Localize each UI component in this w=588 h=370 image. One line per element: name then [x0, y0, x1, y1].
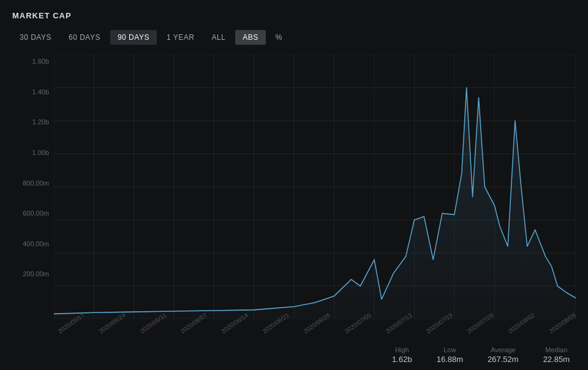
stat-low-label: Low — [443, 346, 456, 353]
stat-average: Average 267.52m — [488, 346, 519, 364]
stat-low-value: 16.88m — [437, 355, 463, 364]
y-label-3: 1.00b — [12, 149, 54, 156]
stats-row: High 1.62b Low 16.88m Average 267.52m Me… — [12, 346, 576, 364]
btn-percent[interactable]: % — [268, 30, 290, 45]
y-label-5: 600.00m — [12, 210, 54, 217]
stat-high: High 1.62b — [392, 346, 412, 364]
btn-1-year[interactable]: 1 YEAR — [159, 30, 202, 45]
chart-inner — [54, 55, 576, 319]
stat-avg-label: Average — [491, 346, 516, 353]
stat-median: Median 22.85m — [543, 346, 570, 364]
btn-30-days[interactable]: 30 DAYS — [12, 30, 59, 45]
y-label-6: 400.00m — [12, 240, 54, 247]
x-axis: 2020/05/17 2020/05/24 2020/05/31 2020/06… — [12, 319, 576, 341]
stat-avg-value: 267.52m — [488, 355, 519, 364]
y-axis: 1.60b 1.40b 1.20b 1.00b 800.00m 600.00m … — [12, 55, 54, 319]
y-label-1: 1.40b — [12, 88, 54, 96]
chart-wrapper: 1.60b 1.40b 1.20b 1.00b 800.00m 600.00m … — [12, 55, 576, 319]
y-label-2: 1.20b — [12, 118, 54, 126]
btn-abs[interactable]: ABS — [235, 30, 266, 45]
stat-high-label: High — [395, 346, 409, 353]
y-label-7: 200.00m — [12, 270, 54, 278]
btn-60-days[interactable]: 60 DAYS — [61, 30, 108, 45]
stat-low: Low 16.88m — [437, 346, 463, 364]
stat-med-label: Median — [545, 346, 567, 353]
chart-area: 1.60b 1.40b 1.20b 1.00b 800.00m 600.00m … — [12, 55, 576, 364]
y-label-0: 1.60b — [12, 58, 54, 65]
btn-90-days[interactable]: 90 DAYS — [110, 30, 157, 45]
y-label-4: 800.00m — [12, 179, 54, 187]
time-controls: 30 DAYS 60 DAYS 90 DAYS 1 YEAR ALL ABS % — [12, 30, 576, 45]
chart-svg — [54, 55, 576, 319]
stat-high-value: 1.62b — [392, 355, 412, 364]
btn-all[interactable]: ALL — [204, 30, 233, 45]
page-title: MARKET CAP — [12, 11, 576, 20]
stat-med-value: 22.85m — [543, 355, 570, 364]
